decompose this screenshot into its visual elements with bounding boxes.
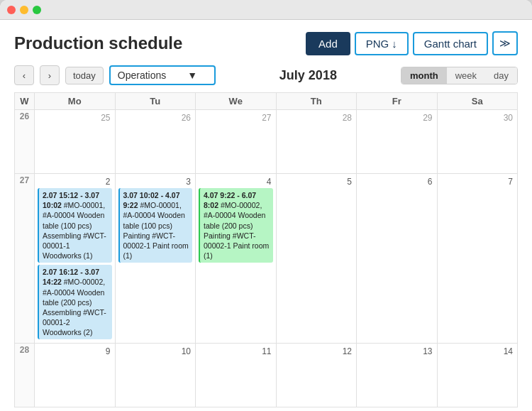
next-button[interactable]: › [40, 65, 60, 85]
chevron-double-icon: ≫ [499, 37, 511, 49]
add-button[interactable]: Add [306, 32, 350, 55]
day-cell-jul9: 9 [35, 344, 116, 407]
view-week-button[interactable]: week [447, 67, 485, 84]
day-cell-26: 26 [115, 110, 196, 174]
calendar-row-week27: 27 2 2.07 15:12 - 3.07 10:02 #MO-00001, … [15, 174, 518, 344]
week-num-27: 27 [15, 174, 35, 344]
view-day-button[interactable]: day [485, 67, 517, 84]
day-cell-jul14: 14 [437, 344, 518, 407]
page-title: Production schedule [14, 33, 182, 53]
day-cell-jul3: 3 3.07 10:02 - 4.07 9:22 #MO-00001, #A-0… [115, 174, 196, 344]
day-cell-jul12: 12 [276, 344, 357, 407]
calendar-header-row: W Mo Tu We Th Fr Sa [15, 93, 518, 110]
app-content: Production schedule Add PNG ↓ Gantt char… [0, 20, 532, 411]
header-row: Production schedule Add PNG ↓ Gantt char… [14, 31, 518, 55]
day-cell-jul13: 13 [357, 344, 438, 407]
png-button[interactable]: PNG ↓ [355, 32, 409, 55]
view-month-button[interactable]: month [401, 67, 447, 84]
col-header-th: Th [276, 93, 357, 110]
operations-dropdown[interactable]: Operations ▼ [109, 65, 216, 85]
close-button[interactable] [7, 6, 16, 14]
current-month-label: July 2018 [221, 68, 395, 83]
col-header-sa: Sa [437, 93, 518, 110]
operations-label: Operations [118, 70, 166, 81]
day-cell-jul6: 6 [357, 174, 438, 344]
controls-row: ‹ › today Operations ▼ July 2018 month w… [14, 65, 518, 85]
day-cell-jul4: 4 4.07 9:22 - 6.07 8:02 #MO-00002, #A-00… [196, 174, 277, 344]
day-cell-25: 25 [35, 110, 116, 174]
day-cell-27: 27 [196, 110, 277, 174]
calendar-row-week26: 26 25 26 27 28 29 30 [15, 110, 518, 174]
day-cell-jul11: 11 [196, 344, 277, 407]
col-header-mo: Mo [35, 93, 116, 110]
week-num-26: 26 [15, 110, 35, 174]
day-cell-jul2: 2 2.07 15:12 - 3.07 10:02 #MO-00001, #A-… [35, 174, 116, 344]
calendar-row-week28: 28 9 10 11 12 13 14 [15, 344, 518, 407]
col-header-tu: Tu [115, 93, 196, 110]
prev-button[interactable]: ‹ [14, 65, 34, 85]
more-button[interactable]: ≫ [492, 31, 518, 55]
col-header-fr: Fr [357, 93, 438, 110]
day-cell-29: 29 [357, 110, 438, 174]
event-card[interactable]: 2.07 16:12 - 3.07 14:22 #MO-00002, #A-00… [38, 265, 112, 339]
download-icon: ↓ [392, 38, 397, 50]
day-cell-jul10: 10 [115, 344, 196, 407]
day-cell-jul7: 7 [437, 174, 518, 344]
today-button[interactable]: today [65, 67, 104, 84]
app-window: Production schedule Add PNG ↓ Gantt char… [0, 0, 532, 411]
view-toggle: month week day [401, 67, 518, 84]
event-card[interactable]: 2.07 15:12 - 3.07 10:02 #MO-00001, #A-00… [38, 188, 112, 263]
col-header-w: W [15, 93, 35, 110]
week-num-28: 28 [15, 344, 35, 407]
chevron-down-icon: ▼ [187, 70, 197, 81]
traffic-lights [7, 6, 41, 14]
day-cell-28: 28 [276, 110, 357, 174]
event-card[interactable]: 3.07 10:02 - 4.07 9:22 #MO-00001, #A-000… [118, 188, 193, 263]
gantt-button[interactable]: Gantt chart [413, 32, 488, 55]
titlebar [0, 0, 532, 20]
event-card[interactable]: 4.07 9:22 - 6.07 8:02 #MO-00002, #A-0000… [199, 188, 273, 263]
day-cell-30: 30 [437, 110, 518, 174]
png-label: PNG [366, 38, 389, 50]
header-actions: Add PNG ↓ Gantt chart ≫ [306, 31, 518, 55]
calendar-table: W Mo Tu We Th Fr Sa 26 25 26 27 28 29 [14, 92, 518, 407]
col-header-we: We [196, 93, 277, 110]
day-cell-jul5: 5 [276, 174, 357, 344]
minimize-button[interactable] [20, 6, 28, 14]
maximize-button[interactable] [33, 6, 41, 14]
